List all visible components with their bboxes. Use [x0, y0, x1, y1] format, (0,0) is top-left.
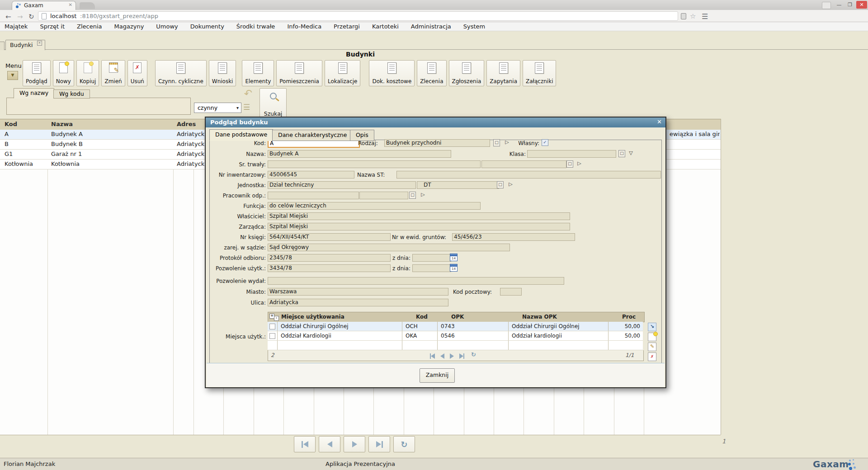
- browser-tab[interactable]: Gaxam ✕: [12, 1, 76, 10]
- next-page-button[interactable]: [344, 436, 365, 452]
- menu-administracja[interactable]: Administracja: [411, 23, 451, 30]
- places-last-button[interactable]: [459, 352, 464, 359]
- toolbar-podglad-button[interactable]: Podgląd: [23, 60, 51, 86]
- menu-info-medica[interactable]: Info-Medica: [287, 23, 321, 30]
- col-opk[interactable]: OPK: [451, 314, 464, 320]
- dialog-close-icon[interactable]: ✕: [657, 118, 662, 125]
- menu-umowy[interactable]: Umowy: [156, 23, 178, 30]
- rodzaj-open-button[interactable]: ▷: [504, 139, 510, 146]
- toolbar-kopiuj-button[interactable]: Kopiuj: [76, 60, 99, 86]
- toolbar-usun-button[interactable]: ✗Usuń: [127, 60, 147, 86]
- col-proc[interactable]: Proc: [622, 314, 636, 320]
- new-tab-button[interactable]: [80, 2, 95, 9]
- undo-icon[interactable]: ↶: [243, 87, 254, 99]
- menu-system[interactable]: System: [463, 23, 485, 30]
- menu-sprzet-it[interactable]: Sprzęt it: [40, 23, 65, 30]
- toolbar-zmien-button[interactable]: ✎Zmień: [101, 60, 125, 86]
- toolbar-zlecenia-button[interactable]: Zlecenia: [417, 60, 446, 86]
- menu-srodki-trwale[interactable]: Środki trwałe: [236, 23, 275, 30]
- toolbar-label: Usuń: [131, 78, 144, 85]
- klasa-dropdown-button[interactable]: ▽: [628, 150, 634, 156]
- search-tab-by-name[interactable]: Wg nazwy: [14, 88, 54, 99]
- places-row[interactable]: Oddział Chirurgii Ogólnej OCH 0743 Oddzi…: [268, 322, 643, 331]
- profile-icon[interactable]: [822, 2, 831, 9]
- dialog-tab-dane-charakterystyczne[interactable]: Dane charakterystyczne: [272, 130, 353, 141]
- jednostka-clear-button[interactable]: □: [497, 181, 504, 188]
- menu-dropdown-button[interactable]: ▼: [7, 71, 18, 80]
- places-prev-button[interactable]: [440, 352, 444, 359]
- window-maximize-button[interactable]: ❐: [845, 1, 855, 9]
- bookmark-star-icon[interactable]: ☆: [690, 12, 696, 20]
- toolbar-label: Zlecenia: [420, 78, 443, 85]
- col-miejsce[interactable]: Miejsce użytkowania: [281, 314, 344, 320]
- places-row[interactable]: Oddział Kardiologii OKA 0546 Oddział kar…: [268, 331, 643, 341]
- places-refresh-icon[interactable]: ↻: [471, 351, 476, 358]
- toolbar-wnioski-button[interactable]: Wnioski: [209, 60, 236, 86]
- extension-icon[interactable]: [681, 13, 686, 19]
- toolbar-elementy-button[interactable]: Elementy: [242, 60, 274, 86]
- toolbar-zgloszenia-button[interactable]: Zgłoszenia: [449, 60, 485, 86]
- window-minimize-button[interactable]: —: [834, 1, 844, 9]
- wlasny-checkbox[interactable]: ✓: [542, 139, 548, 146]
- pracownik-clear-button[interactable]: □: [409, 192, 416, 199]
- calendar-icon[interactable]: 14: [450, 254, 458, 261]
- sr-trwaly-open-button[interactable]: ▷: [576, 160, 582, 167]
- row-checkbox[interactable]: [269, 324, 275, 329]
- url-bar[interactable]: localhost :8180/gxstart_prezent/app: [38, 11, 678, 21]
- dialog-tab-opis[interactable]: Opis: [350, 130, 374, 141]
- places-next-button[interactable]: [450, 352, 454, 359]
- menu-kartoteki[interactable]: Kartoteki: [372, 23, 399, 30]
- dialog-titlebar[interactable]: Podgląd budynku: [206, 118, 665, 127]
- toolbar-zapytania-button[interactable]: Zapytania: [486, 60, 520, 86]
- places-open-button[interactable]: ↘: [648, 323, 656, 331]
- toolbar-nowy-button[interactable]: Nowy: [53, 60, 74, 86]
- app-tab-close-icon[interactable]: ✕: [37, 41, 42, 46]
- app-tab-budynki[interactable]: Budynki ✕: [5, 40, 45, 50]
- back-icon[interactable]: ←: [5, 11, 11, 22]
- menu-dokumenty[interactable]: Dokumenty: [190, 23, 224, 30]
- pracownik-open-button[interactable]: ▷: [420, 192, 426, 198]
- prev-page-button[interactable]: [319, 436, 340, 452]
- col-nazwa[interactable]: Nazwa: [51, 121, 73, 127]
- toolbar-dok-kosztowe-button[interactable]: Dok. kosztowe: [369, 60, 415, 86]
- list-options-icon[interactable]: ☰: [243, 103, 250, 112]
- dialog-tab-dane-podstawowe[interactable]: Dane podstawowe: [209, 129, 273, 141]
- klasa-clear-button[interactable]: □: [618, 150, 625, 157]
- tab-close-icon[interactable]: ✕: [69, 2, 72, 7]
- first-page-button[interactable]: [294, 436, 316, 452]
- jednostka-open-button[interactable]: ▷: [508, 181, 514, 188]
- sr-trwaly-clear-button[interactable]: □: [566, 160, 573, 168]
- collapse-all-icon[interactable]: -: [274, 316, 279, 321]
- search-tab-by-code[interactable]: Wg kodu: [53, 89, 90, 99]
- rodzaj-clear-button[interactable]: □: [493, 139, 500, 146]
- browser-menu-icon[interactable]: ☰: [702, 12, 708, 21]
- col-adres[interactable]: Adres: [177, 121, 196, 127]
- reload-icon[interactable]: ↻: [28, 11, 34, 22]
- status-filter-select[interactable]: czynny ▾: [194, 103, 241, 113]
- nazwa-st-field: [396, 171, 661, 179]
- menu-zlecenia[interactable]: Zlecenia: [77, 23, 102, 30]
- window-close-button[interactable]: ✕: [856, 1, 867, 9]
- menu-przetargi[interactable]: Przetargi: [334, 23, 360, 30]
- col-kod[interactable]: Kod: [5, 121, 17, 127]
- col-kod[interactable]: Kod: [416, 314, 428, 320]
- zamknij-button[interactable]: Zamknij: [420, 368, 455, 383]
- places-delete-button[interactable]: ✗: [648, 352, 656, 361]
- toolbar-lokalizacje-button[interactable]: Lokalizacje: [325, 60, 361, 86]
- row-checkbox[interactable]: [269, 333, 275, 339]
- last-page-button[interactable]: [368, 436, 390, 452]
- toolbar-pomieszczenia-button[interactable]: Pomieszczenia: [276, 60, 322, 86]
- search-button[interactable]: Szukaj: [259, 88, 287, 119]
- col-nazwa-opk[interactable]: Nazwa OPK: [522, 314, 557, 320]
- toolbar-zalaczniki-button[interactable]: Załączniki: [523, 60, 556, 86]
- refresh-button[interactable]: ↻: [393, 436, 415, 452]
- menu-magazyny[interactable]: Magazyny: [114, 23, 144, 30]
- dialog-footer: Zamknij: [207, 363, 665, 387]
- places-edit-button[interactable]: ✎: [648, 343, 656, 351]
- forward-icon[interactable]: →: [17, 11, 23, 22]
- toolbar-czynnosci-cykliczne-button[interactable]: Czynn. cykliczne: [155, 60, 207, 86]
- places-new-button[interactable]: [648, 333, 656, 341]
- places-first-button[interactable]: [430, 352, 435, 359]
- menu-majatek[interactable]: Majątek: [5, 23, 28, 30]
- calendar-icon[interactable]: 14: [450, 264, 458, 272]
